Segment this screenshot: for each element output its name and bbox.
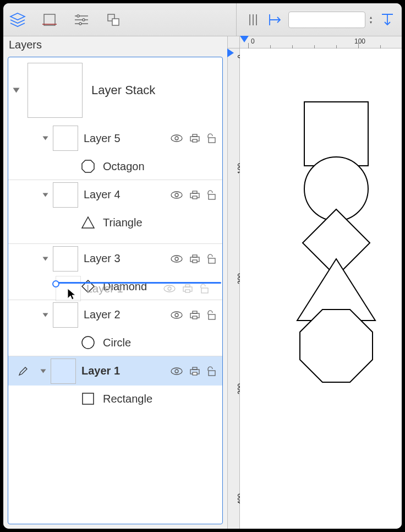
diamond-icon [80, 278, 96, 295]
object-row-circle[interactable]: Circle [8, 329, 222, 356]
visibility-eye-icon[interactable] [171, 134, 184, 142]
unlock-icon[interactable] [206, 190, 218, 200]
objects-toolbar-icon[interactable] [105, 11, 122, 29]
svg-marker-31 [82, 217, 94, 228]
circle-icon [80, 334, 96, 351]
stepper-down-icon[interactable]: ▾ [368, 20, 374, 24]
svg-point-52 [82, 336, 94, 349]
layer-thumbnail [53, 246, 78, 272]
stepper-up-icon[interactable]: ▴ [368, 15, 374, 19]
layer-tree[interactable]: Layer Stack Layer 5 Octagon [8, 57, 223, 524]
canvas-panel: 0 100 0 100 200 300 400 [228, 36, 402, 529]
svg-marker-0 [10, 13, 25, 20]
top-toolbar: ▴▾ [3, 3, 402, 36]
svg-rect-56 [193, 367, 197, 370]
svg-point-19 [175, 137, 178, 140]
object-name: Circle [103, 336, 131, 349]
app-window: { "panel_title": "Layers", "toolbar": { … [3, 3, 402, 529]
position-input[interactable] [288, 12, 365, 28]
layer-name: Layer 1 [81, 365, 165, 377]
svg-point-54 [175, 370, 178, 373]
layers-toolbar-icon[interactable] [9, 11, 26, 29]
svg-point-46 [171, 312, 182, 318]
svg-rect-57 [193, 372, 197, 375]
svg-point-7 [83, 19, 85, 21]
tab-stop-left-icon[interactable] [266, 11, 284, 29]
unlock-icon[interactable] [206, 254, 218, 264]
disclosure-triangle-icon[interactable] [41, 369, 46, 373]
layer-row-3[interactable]: Layer 3 [8, 243, 222, 273]
svg-rect-59 [83, 393, 94, 404]
layer-row-1[interactable]: Layer 1 [8, 356, 222, 386]
layer-thumbnail [53, 182, 78, 208]
visibility-eye-icon[interactable] [171, 255, 184, 263]
ruler-marker-icon[interactable] [240, 36, 249, 42]
svg-point-47 [175, 313, 178, 317]
stack-title: Layer Stack [91, 83, 155, 97]
svg-rect-22 [193, 139, 197, 142]
svg-rect-10 [112, 19, 119, 25]
layer-thumbnail [53, 302, 78, 328]
ruler-marker-icon[interactable] [227, 48, 234, 57]
layer-name: Layer 3 [84, 252, 165, 265]
disclosure-triangle-icon[interactable] [13, 88, 20, 93]
svg-rect-50 [193, 316, 197, 319]
print-icon[interactable] [189, 310, 200, 320]
object-name: Triangle [103, 216, 143, 229]
stepper[interactable]: ▴▾ [368, 15, 374, 24]
svg-point-25 [171, 192, 182, 198]
svg-rect-28 [193, 191, 197, 193]
print-icon[interactable] [189, 366, 200, 376]
panel-title: Layers [3, 36, 227, 55]
svg-point-39 [171, 256, 182, 262]
svg-point-8 [79, 23, 81, 25]
unlock-icon[interactable] [206, 310, 218, 320]
disclosure-triangle-icon[interactable] [43, 313, 48, 317]
svg-point-26 [175, 193, 178, 197]
object-row-diamond[interactable]: Diamond [8, 273, 222, 300]
svg-rect-23 [209, 138, 215, 143]
print-icon[interactable] [189, 133, 200, 143]
disclosure-triangle-icon[interactable] [43, 193, 48, 197]
settings-sliders-icon[interactable] [73, 11, 90, 29]
layer-stack-row[interactable]: Layer Stack [8, 57, 222, 123]
ruler-corner [228, 36, 240, 48]
unlock-icon[interactable] [206, 133, 218, 143]
layer-name: Layer 5 [84, 132, 165, 145]
octagon-icon [80, 158, 96, 175]
edit-pencil-icon[interactable] [18, 366, 30, 376]
object-row-rectangle[interactable]: Rectangle [8, 386, 222, 412]
tab-stop-down-icon[interactable] [379, 11, 396, 29]
visibility-eye-icon[interactable] [171, 191, 184, 199]
ruler-tick-label: 0 [251, 37, 255, 45]
svg-rect-21 [193, 134, 197, 137]
columns-icon[interactable] [244, 11, 262, 29]
layer-row-4[interactable]: Layer 4 [8, 180, 222, 209]
layer-thumbnail [53, 126, 78, 151]
print-icon[interactable] [189, 254, 200, 264]
visibility-eye-icon[interactable] [171, 311, 184, 319]
disclosure-triangle-icon[interactable] [43, 137, 48, 140]
visibility-eye-icon[interactable] [171, 367, 184, 375]
artboard-toolbar-icon[interactable] [41, 11, 58, 29]
canvas[interactable] [240, 48, 402, 529]
svg-rect-29 [193, 196, 197, 199]
object-name: Rectangle [103, 393, 152, 405]
disclosure-triangle-icon[interactable] [43, 257, 48, 260]
svg-point-53 [171, 368, 182, 374]
ruler-horizontal[interactable]: 0 100 [240, 36, 402, 48]
object-row-octagon[interactable]: Octagon [8, 153, 222, 180]
ruler-vertical[interactable]: 0 100 200 300 400 [228, 48, 240, 529]
svg-marker-64 [300, 310, 373, 382]
svg-rect-30 [209, 194, 215, 199]
canvas-octagon[interactable] [298, 307, 375, 384]
svg-rect-43 [193, 260, 197, 263]
print-icon[interactable] [189, 190, 200, 200]
svg-rect-44 [209, 258, 215, 263]
svg-point-40 [175, 257, 178, 260]
layer-row-5[interactable]: Layer 5 [8, 123, 222, 153]
unlock-icon[interactable] [206, 366, 218, 376]
layer-row-2[interactable]: Layer 2 [8, 300, 222, 329]
object-row-triangle[interactable]: Triangle [8, 209, 222, 236]
layer-name: Layer 2 [84, 308, 165, 321]
